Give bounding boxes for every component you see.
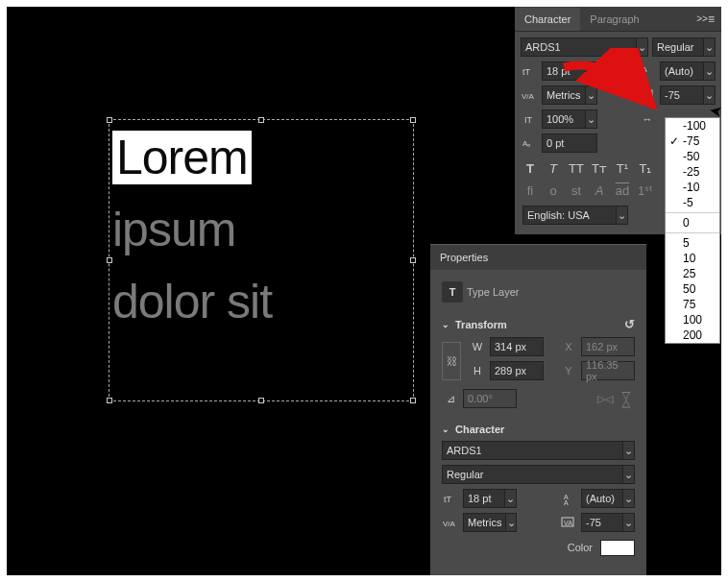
superscript-toggle[interactable]: T¹ bbox=[615, 161, 630, 176]
svg-text:A: A bbox=[643, 72, 647, 78]
prop-font-size-dd-icon[interactable]: ⌄ bbox=[505, 489, 517, 508]
width-field[interactable]: 314 px bbox=[490, 337, 544, 356]
angle-field: 0.00° bbox=[463, 389, 517, 408]
prop-kerning-dd-icon[interactable]: ⌄ bbox=[506, 513, 517, 532]
prop-leading-icon: AA bbox=[560, 492, 577, 505]
tracking-opt-200[interactable]: 200 bbox=[666, 327, 719, 343]
text-layer[interactable]: Lorem ipsum dolor sit bbox=[112, 122, 272, 338]
height-field[interactable]: 289 px bbox=[490, 361, 544, 380]
transform-section-chevron-icon[interactable]: ⌄ bbox=[442, 320, 449, 329]
prop-kerning-field[interactable]: Metrics bbox=[463, 513, 506, 532]
mouse-cursor-icon: ➤ bbox=[708, 101, 723, 121]
tracking-opt-50[interactable]: 50 bbox=[666, 281, 719, 297]
vscale-field[interactable]: 100% bbox=[542, 109, 586, 129]
vscale-icon: IT bbox=[521, 112, 538, 126]
font-size-icon: tT bbox=[521, 64, 538, 78]
flip-v-icon[interactable]: ▷◁ bbox=[620, 390, 633, 407]
smallcaps-toggle[interactable]: Tᴛ bbox=[592, 161, 607, 176]
prop-color-label: Color bbox=[568, 542, 593, 553]
tracking-opt-n5[interactable]: -5 bbox=[666, 195, 719, 210]
ot-ordinals-toggle[interactable]: 1ˢᵗ bbox=[638, 183, 653, 198]
svg-text:V/A: V/A bbox=[443, 520, 456, 528]
font-size-field[interactable]: 18 pt bbox=[542, 61, 586, 81]
prop-font-size-icon: tT bbox=[442, 492, 459, 505]
tracking-opt-n50[interactable]: -50 bbox=[666, 149, 719, 164]
tracking-opt-0[interactable]: 0 bbox=[666, 215, 719, 230]
tracking-dropdown-list[interactable]: -100 -75 -50 -25 -10 -5 0 5 10 25 50 75 … bbox=[665, 117, 720, 344]
allcaps-toggle[interactable]: TT bbox=[569, 161, 584, 176]
top-tracking-field[interactable]: -75 bbox=[660, 85, 704, 105]
prop-font-size-field[interactable]: 18 pt bbox=[463, 489, 505, 508]
tab-paragraph[interactable]: Paragraph bbox=[580, 8, 648, 31]
leading-icon: AA bbox=[639, 64, 656, 78]
tracking-opt-5[interactable]: 5 bbox=[666, 235, 719, 251]
unselected-text-line1[interactable]: ipsum bbox=[112, 203, 235, 256]
panel-menu-icon[interactable]: ≡ bbox=[708, 12, 721, 26]
angle-icon: ⊿ bbox=[442, 393, 459, 405]
tracking-opt-10[interactable]: 10 bbox=[666, 251, 719, 266]
prop-color-swatch[interactable] bbox=[600, 540, 635, 556]
reset-transform-icon[interactable]: ↺ bbox=[624, 317, 635, 331]
tracking-opt-n25[interactable]: -25 bbox=[666, 164, 719, 180]
hscale-icon: ↔ bbox=[639, 113, 656, 125]
kerning-dd-icon[interactable]: ⌄ bbox=[586, 85, 597, 105]
leading-dd-icon[interactable]: ⌄ bbox=[704, 61, 716, 81]
ot-discretionary-toggle[interactable]: st bbox=[569, 183, 584, 198]
ot-ligature-toggle[interactable]: fi bbox=[522, 183, 538, 198]
tracking-opt-n10[interactable]: -10 bbox=[666, 180, 719, 195]
prop-tracking-field[interactable]: -75 bbox=[581, 513, 623, 532]
vscale-dd-icon[interactable]: ⌄ bbox=[586, 109, 597, 129]
ot-contextual-toggle[interactable]: o bbox=[546, 183, 561, 198]
tab-properties[interactable]: Properties bbox=[440, 252, 488, 263]
tab-character[interactable]: Character bbox=[515, 8, 580, 31]
font-family-field[interactable]: ARDS1 bbox=[521, 37, 637, 57]
subscript-toggle[interactable]: T₁ bbox=[638, 161, 653, 176]
unselected-text-line2[interactable]: dolor sit bbox=[112, 275, 272, 328]
transform-section-heading: Transform bbox=[455, 319, 507, 330]
prop-font-style-field[interactable]: Regular bbox=[442, 465, 623, 484]
svg-text:VA: VA bbox=[643, 92, 651, 99]
tracking-opt-n100[interactable]: -100 bbox=[666, 118, 719, 133]
h-label: H bbox=[469, 365, 486, 376]
tracking-opt-n75[interactable]: -75 bbox=[666, 133, 719, 149]
selected-text[interactable]: Lorem bbox=[112, 131, 252, 184]
prop-leading-dd-icon[interactable]: ⌄ bbox=[623, 489, 635, 508]
tracking-icon: VA bbox=[639, 88, 656, 102]
link-wh-icon[interactable]: ⛓ bbox=[442, 342, 461, 380]
leading-field[interactable]: (Auto) bbox=[660, 61, 704, 81]
prop-font-family-dd-icon[interactable]: ⌄ bbox=[623, 441, 635, 460]
w-label: W bbox=[469, 341, 486, 352]
kerning-field[interactable]: Metrics bbox=[542, 85, 586, 105]
prop-font-style-dd-icon[interactable]: ⌄ bbox=[623, 465, 635, 484]
collapse-panel-icon[interactable]: >> bbox=[696, 13, 708, 24]
tracking-opt-75[interactable]: 75 bbox=[666, 297, 719, 312]
svg-text:V/A: V/A bbox=[522, 92, 535, 101]
italic-toggle[interactable]: T bbox=[546, 161, 561, 176]
prop-tracking-icon: VA bbox=[560, 516, 577, 529]
flip-h-icon[interactable]: ▷◁ bbox=[596, 393, 614, 405]
font-size-dd-icon[interactable]: ⌄ bbox=[586, 61, 597, 81]
font-family-dd-icon[interactable]: ⌄ bbox=[637, 37, 648, 57]
layer-type-label: Type Layer bbox=[467, 286, 519, 298]
y-label: Y bbox=[560, 365, 577, 376]
baseline-field[interactable]: 0 pt bbox=[542, 133, 597, 153]
character-section-heading: Character bbox=[455, 424, 504, 435]
prop-font-family-field[interactable]: ARDS1 bbox=[442, 441, 623, 460]
ot-stylistic-toggle[interactable]: ad bbox=[615, 183, 630, 198]
character-section-chevron-icon[interactable]: ⌄ bbox=[442, 424, 449, 434]
language-dd-icon[interactable]: ⌄ bbox=[617, 206, 628, 225]
prop-tracking-dd-icon[interactable]: ⌄ bbox=[623, 513, 635, 532]
svg-text:VA: VA bbox=[564, 520, 572, 526]
prop-leading-field[interactable]: (Auto) bbox=[581, 489, 623, 508]
font-style-dd-icon[interactable]: ⌄ bbox=[704, 37, 716, 57]
kerning-icon: V/A bbox=[521, 88, 538, 102]
x-label: X bbox=[560, 341, 577, 352]
language-field[interactable]: English: USA bbox=[522, 206, 617, 225]
ot-swash-toggle[interactable]: A bbox=[592, 183, 607, 198]
tracking-opt-100[interactable]: 100 bbox=[666, 312, 719, 327]
svg-text:tT: tT bbox=[444, 495, 452, 504]
font-style-field[interactable]: Regular bbox=[652, 37, 704, 57]
tracking-opt-25[interactable]: 25 bbox=[666, 266, 719, 281]
baseline-icon: Aₐ bbox=[521, 136, 538, 150]
bold-toggle[interactable]: T bbox=[522, 161, 538, 176]
